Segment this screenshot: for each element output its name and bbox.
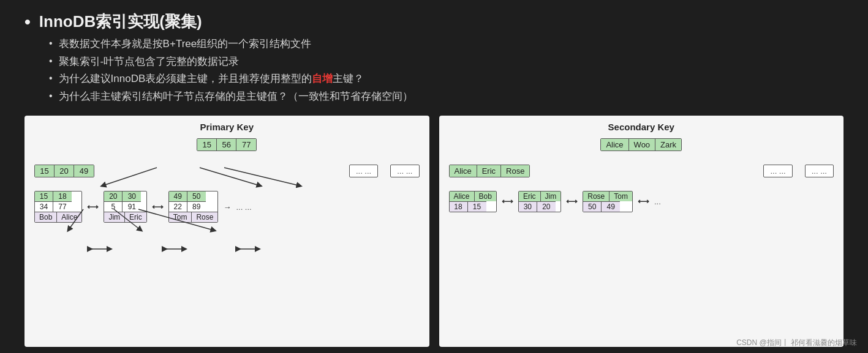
sk-leaf-1-r1-c1: Alice	[450, 191, 475, 201]
pk-leaf-2-row2: 5 91	[104, 201, 146, 212]
sk-leaf-2: Eric Jim 30 20	[518, 191, 561, 212]
pk-root-level: 15 56 77	[197, 138, 257, 151]
sk-leaf-3-r1-c1: Rose	[583, 191, 609, 201]
sk-arrow-3: ⟷	[638, 197, 649, 206]
pk-leaf-1: 15 18 34 77 Bob Alice	[34, 191, 82, 223]
sk-l2-ellipsis-group: ... ... ... ...	[763, 165, 834, 177]
pk-leaf-3-r2-c2: 89	[187, 201, 206, 212]
sk-leaf-1-r2-c2: 15	[468, 201, 486, 212]
slide: InnoDB索引实现(聚集) 表数据文件本身就是按B+Tree组织的一个索引结构…	[0, 0, 868, 353]
sk-leaf-2-row2: 30 20	[519, 201, 560, 212]
bullet-section: InnoDB索引实现(聚集) 表数据文件本身就是按B+Tree组织的一个索引结构…	[25, 11, 843, 106]
pk-ellipsis-end: ... ...	[236, 203, 251, 212]
sub-bullet-4: 为什么非主键索引结构叶子节点存储的是主键值？（一致性和节省存储空间）	[49, 89, 843, 105]
sk-leaf-2-row1: Eric Jim	[519, 191, 560, 201]
sk-leaf-3-r2-c2: 49	[602, 201, 620, 212]
sk-root-cell-2: Woo	[629, 139, 656, 150]
pk-leaf-1-r2-c1: 34	[35, 201, 53, 212]
sub-bullet-4-text: 为什么非主键索引结构叶子节点存储的是主键值？（一致性和节省存储空间）	[59, 89, 413, 105]
sk-leaf-2-r1-c1: Eric	[519, 191, 541, 201]
sk-root-level: Alice Woo Zark	[600, 138, 682, 151]
pk-leaf-1-row2: 34 77	[35, 201, 81, 212]
sk-leaf-3-r2-c1: 50	[583, 201, 602, 212]
pk-leaf-2-r1-c1: 20	[104, 191, 123, 201]
pk-arrow-1: ⟷	[87, 203, 99, 212]
sub-bullet-1-text: 表数据文件本身就是按B+Tree组织的一个索引结构文件	[59, 36, 312, 52]
pk-root-cell-2: 56	[217, 139, 236, 150]
pk-l2-ellipsis-2: ... ...	[390, 165, 419, 177]
pk-l2-node-1: 15 20 49	[34, 165, 94, 177]
pk-root-node: 15 56 77	[197, 138, 257, 151]
pk-l2-1-cell-3: 49	[74, 165, 94, 177]
secondary-key-diagram: Secondary Key Alice Woo Zark Alice Eric …	[439, 116, 844, 347]
pk-root-cell-1: 15	[197, 139, 217, 150]
pk-leaf-3-r3-c1: Tom	[169, 212, 192, 222]
watermark: CSDN @指间丨 祁何看滋爨的烟草味	[736, 338, 857, 348]
pk-leaf-2-r3-c1: Jim	[104, 212, 125, 222]
sk-l2-node-1: Alice Eric Rose	[449, 165, 530, 177]
sk-level2: Alice Eric Rose ... ... ... ...	[449, 165, 834, 177]
pk-leaf-2-row1: 20 30	[104, 191, 146, 201]
main-bullet: InnoDB索引实现(聚集)	[25, 11, 843, 32]
main-bullet-text: InnoDB索引实现(聚集)	[39, 11, 202, 32]
pk-leaf-1-row3: Bob Alice	[35, 212, 81, 222]
sk-l2-ellipsis-1: ... ...	[763, 165, 792, 177]
pk-leaf-2-r2-c1: 5	[104, 201, 123, 212]
pk-l2-ellipsis-group: ... ... ... ...	[349, 165, 420, 177]
pk-leaf-3-r1-c2: 50	[187, 191, 206, 201]
pk-arrow-2: ⟷	[152, 203, 164, 212]
pk-leaf-2: 20 30 5 91 Jim Eric	[104, 191, 146, 223]
sk-l2-1-cell-3: Rose	[501, 165, 529, 177]
sk-leaf-1-row1: Alice Bob	[450, 191, 496, 201]
sk-leaf-1-r1-c2: Bob	[475, 191, 496, 201]
sk-leaf-level: Alice Bob 18 15 ⟷ Eric Jim	[449, 191, 834, 212]
pk-leaf-1-r1-c1: 15	[35, 191, 53, 201]
primary-key-diagram: Primary Key	[25, 116, 429, 347]
pk-leaf-3-row1: 49 50	[169, 191, 218, 201]
diagrams-row: Primary Key	[25, 116, 843, 347]
pk-leaf-3-r2-c1: 22	[169, 201, 187, 212]
primary-key-title: Primary Key	[200, 122, 254, 132]
pk-leaf-2-r1-c2: 30	[123, 191, 141, 201]
sub-bullet-2: 聚集索引-叶节点包含了完整的数据记录	[49, 54, 843, 70]
sk-leaf-2-r1-c2: Jim	[541, 191, 561, 201]
secondary-key-title: Secondary Key	[608, 122, 674, 132]
sk-l2-1-cell-2: Eric	[477, 165, 501, 177]
pk-leaf-2-row3: Jim Eric	[104, 212, 146, 222]
sk-leaf-3-row2: 50 49	[583, 201, 632, 212]
red-text: 自增	[312, 71, 333, 87]
sk-leaf-2-r2-c2: 20	[537, 201, 556, 212]
pk-l2-1-cell-1: 15	[35, 165, 55, 177]
pk-arrow-3: →	[223, 203, 231, 212]
sk-root-node: Alice Woo Zark	[600, 138, 682, 151]
sub-bullet-2-text: 聚集索引-叶节点包含了完整的数据记录	[59, 54, 240, 70]
sk-leaf-2-r2-c1: 30	[519, 201, 537, 212]
sk-ellipsis-end: ...	[654, 197, 661, 206]
secondary-key-content: Alice Woo Zark Alice Eric Rose ... ... .…	[449, 136, 834, 342]
pk-leaf-3: 49 50 22 89 Tom Rose	[168, 191, 219, 223]
sk-leaf-1: Alice Bob 18 15	[449, 191, 497, 212]
sk-leaf-1-row2: 18 15	[450, 201, 496, 212]
pk-leaf-2-r2-c2: 91	[123, 201, 141, 212]
sub-bullet-3b-text: 主键？	[333, 71, 364, 87]
sub-bullet-3-text: 为什么建议InnoDB表必须建主键，并且推荐使用整型的	[59, 71, 312, 87]
pk-leaf-3-r3-c2: Rose	[192, 212, 217, 222]
sk-leaf-3-r1-c2: Tom	[609, 191, 632, 201]
pk-level2: 15 20 49 ... ... ... ...	[34, 165, 420, 177]
sk-leaf-3: Rose Tom 50 49	[583, 191, 633, 212]
pk-leaf-2-r3-c2: Eric	[125, 212, 146, 222]
pk-leaf-level: 15 18 34 77 Bob Alice ⟷	[34, 191, 420, 223]
pk-leaf-1-r3-c2: Alice	[57, 212, 81, 222]
sk-l2-ellipsis-2: ... ...	[805, 165, 834, 177]
sk-root-cell-3: Zark	[655, 139, 681, 150]
sk-arrow-1: ⟷	[502, 197, 513, 206]
sk-l2-1-cell-1: Alice	[450, 165, 477, 177]
primary-key-content: 15 56 77 15 20 49 ... ... ... ...	[34, 136, 420, 342]
sk-leaf-1-r2-c1: 18	[450, 201, 468, 212]
pk-root-cell-3: 77	[236, 139, 256, 150]
pk-l2-1-cell-2: 20	[55, 165, 74, 177]
pk-leaf-3-row2: 22 89	[169, 201, 218, 212]
pk-leaf-1-r1-c2: 18	[53, 191, 72, 201]
pk-leaf-1-r3-c1: Bob	[35, 212, 57, 222]
sk-arrow-2: ⟷	[566, 197, 578, 206]
